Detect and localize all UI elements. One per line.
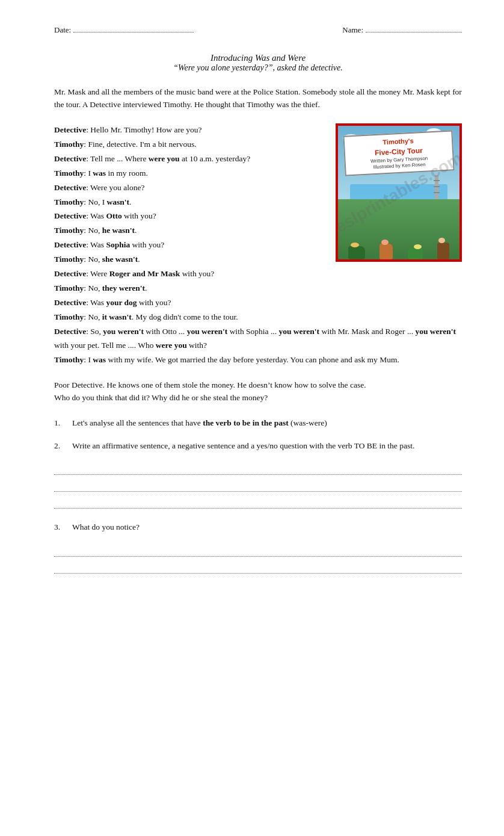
answer-line-3[interactable] [54,495,462,509]
exercise-3: 3. What do you notice? [54,521,462,534]
exercise-3-num: 3. [54,521,67,534]
answer-line-2[interactable] [54,478,462,492]
date-field: Date: [54,24,194,35]
was-2: was [93,355,106,364]
dialogue-line-16: Timothy: I was with my wife. We got marr… [54,353,462,367]
dialogue-section: ~~ ~~ Timothy's Five-City Tour Written b… [54,123,462,368]
speaker-detective-7: Detective [54,298,86,307]
was-1: was [93,169,106,178]
answer-lines-3 [54,543,462,574]
title-section: Introducing Was and Were “Were you alone… [54,53,462,73]
exercise-3-section: 3. What do you notice? [54,521,462,574]
name-line[interactable] [366,24,462,33]
dialogue-line-14: Timothy: No, it wasn't. My dog didn't co… [54,311,462,324]
sophia-name: Sophia [106,240,130,249]
intro-text: Mr. Mask and all the members of the musi… [54,86,462,111]
speaker-timothy-7: Timothy [54,312,84,321]
speaker-detective-8: Detective [54,327,86,336]
were-you-2: were you [156,341,187,350]
speaker-timothy-1: Timothy [54,140,84,149]
book-figures [338,223,459,259]
title-sub: “Were you alone yesterday?”, asked the d… [54,63,462,73]
answer-lines-2 [54,462,462,509]
date-line[interactable] [73,24,194,33]
speaker-detective-2: Detective [54,154,86,163]
wasnt-4: it wasn't [102,312,132,321]
speaker-detective-5: Detective [54,240,86,249]
wasnt-2: he wasn't [102,226,135,235]
post-dialogue-line1: Poor Detective. He knows one of them sto… [54,379,462,392]
book-title-line1: Timothy's [383,137,414,146]
book-ground [338,199,459,259]
answer-line-1[interactable] [54,462,462,475]
werent-5: you weren't [415,327,456,336]
werent-2: you weren't [103,327,144,336]
book-inner: ~~ ~~ Timothy's Five-City Tour Written b… [338,126,459,259]
book-title-box: Timothy's Five-City Tour Written by Gary… [343,130,454,176]
date-label: Date: [54,25,71,35]
answer-line-4[interactable] [54,543,462,557]
werent-4: you weren't [278,327,319,336]
were-you-1: were you [149,154,180,163]
post-dialogue-line2: Who do you think that did it? Why did he… [54,391,462,404]
dialogue-line-15: Detective: So, you weren't with Otto ...… [54,325,462,353]
exercise-1: 1. Let's analyse all the sentences that … [54,416,462,430]
exercise-3-text: What do you notice? [72,521,462,534]
speaker-timothy-5: Timothy [54,255,84,264]
speaker-timothy-6: Timothy [54,283,84,293]
exercises: 1. Let's analyse all the sentences that … [54,416,462,452]
exercise-2: 2. Write an affirmative sentence, a nega… [54,439,462,453]
dialogue-line-12: Timothy: No, they weren't. [54,282,462,296]
dog-ref: your dog [106,298,137,307]
title-main: Introducing Was and Were [54,53,462,63]
speaker-timothy-8: Timothy [54,355,84,364]
wasnt-1: wasn't [107,197,130,206]
werent-1: they weren't [102,283,145,293]
exercise-2-text: Write an affirmative sentence, a negativ… [72,439,462,453]
name-field: Name: [342,24,462,35]
exercise-2-num: 2. [54,439,67,453]
exercise-1-bold: the verb to be in the past [203,418,289,427]
speaker-timothy-3: Timothy [54,197,84,206]
speaker-timothy-4: Timothy [54,226,84,235]
answer-line-5[interactable] [54,560,462,574]
otto-name: Otto [106,211,121,220]
speaker-detective-3: Detective [54,183,86,192]
header: Date: Name: [54,24,462,35]
post-dialogue: Poor Detective. He knows one of them sto… [54,379,462,404]
roger-mask-name: Roger and Mr Mask [109,269,180,278]
speaker-detective-4: Detective [54,211,86,220]
name-label: Name: [342,25,363,35]
exercise-1-num: 1. [54,416,67,430]
speaker-detective-6: Detective [54,269,86,278]
speaker-timothy-2: Timothy [54,169,84,178]
dialogue-line-13: Detective: Was your dog with you? [54,296,462,310]
speaker-detective-1: Detective [54,125,86,134]
dialogue-line-11: Detective: Were Roger and Mr Mask with y… [54,267,462,281]
werent-3: you weren't [187,327,228,336]
exercise-1-text: Let's analyse all the sentences that hav… [72,416,462,430]
book-title-line2: Five-City Tour [375,146,423,157]
wasnt-3: she wasn't [102,255,138,264]
book-cover: ~~ ~~ Timothy's Five-City Tour Written b… [336,123,462,262]
